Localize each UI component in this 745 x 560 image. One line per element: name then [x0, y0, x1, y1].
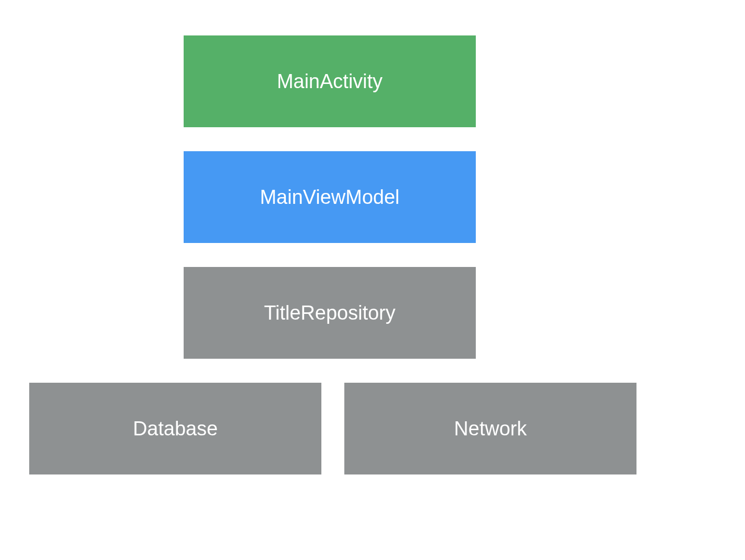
- architecture-diagram: MainActivity MainViewModel TitleReposito…: [0, 0, 745, 560]
- network-box: Network: [344, 383, 636, 474]
- database-box: Database: [29, 383, 321, 474]
- main-activity-box: MainActivity: [184, 35, 476, 127]
- main-viewmodel-box: MainViewModel: [184, 151, 476, 243]
- title-repository-box: TitleRepository: [184, 267, 476, 359]
